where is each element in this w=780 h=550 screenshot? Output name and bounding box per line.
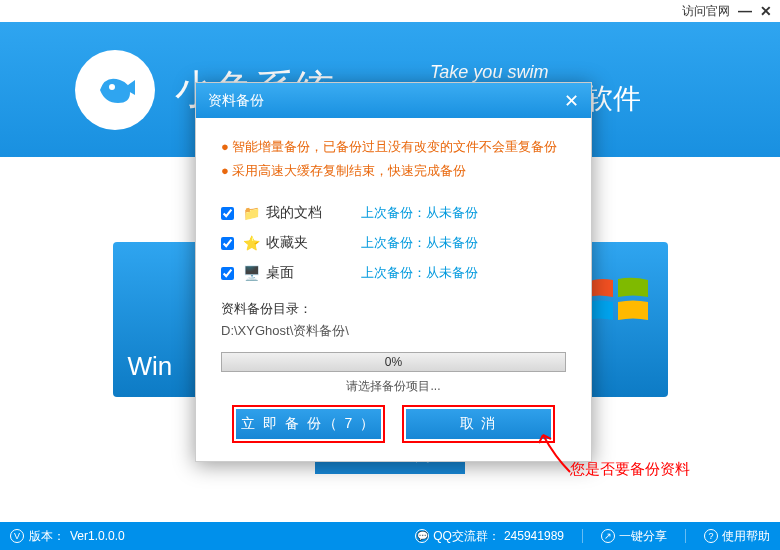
path-value: D:\XYGhost\资料备份\ [221, 322, 566, 340]
last-backup-info[interactable]: 上次备份：从未备份 [361, 204, 478, 222]
progress-bar: 0% [221, 352, 566, 372]
annotation-text: 您是否要备份资料 [570, 460, 690, 479]
share-icon: ↗ [601, 529, 615, 543]
last-backup-info[interactable]: 上次备份：从未备份 [361, 264, 478, 282]
path-label: 资料备份目录： [221, 300, 566, 318]
minimize-button[interactable]: — [738, 3, 752, 19]
backup-item-favorites: ⭐ 收藏夹 上次备份：从未备份 [221, 228, 566, 258]
backup-now-button[interactable]: 立 即 备 份（ 7 ） [236, 409, 381, 439]
share-link[interactable]: ↗ 一键分享 [601, 528, 667, 545]
documents-icon: 📁 [242, 204, 260, 222]
os-label: Win [128, 351, 173, 382]
checkbox-documents[interactable] [221, 207, 234, 220]
backup-item-documents: 📁 我的文档 上次备份：从未备份 [221, 198, 566, 228]
info-bullet: 采用高速大缓存复制结束，快速完成备份 [221, 162, 566, 180]
subtitle: 软件 [585, 80, 641, 118]
info-bullet: 智能增量备份，已备份过且没有改变的文件不会重复备份 [221, 138, 566, 156]
windows-logo-icon [588, 272, 648, 322]
status-bar: V 版本： Ver1.0.0.0 💬 QQ交流群： 245941989 ↗ 一键… [0, 522, 780, 550]
favorites-icon: ⭐ [242, 234, 260, 252]
help-icon: ? [704, 529, 718, 543]
close-button[interactable]: ✕ [760, 3, 772, 19]
checkbox-desktop[interactable] [221, 267, 234, 280]
desktop-icon: 🖥️ [242, 264, 260, 282]
official-site-link[interactable]: 访问官网 [682, 3, 730, 20]
help-link[interactable]: ? 使用帮助 [704, 528, 770, 545]
chat-icon: 💬 [415, 529, 429, 543]
backup-item-desktop: 🖥️ 桌面 上次备份：从未备份 [221, 258, 566, 288]
backup-dialog: 资料备份 ✕ 智能增量备份，已备份过且没有改变的文件不会重复备份 采用高速大缓存… [195, 82, 592, 462]
logo-icon [75, 50, 155, 130]
close-icon[interactable]: ✕ [564, 90, 579, 112]
version-label: 版本： [29, 528, 65, 545]
version-icon: V [10, 529, 24, 543]
svg-point-0 [109, 84, 115, 90]
checkbox-favorites[interactable] [221, 237, 234, 250]
tagline: Take you swim [430, 62, 548, 83]
version-value: Ver1.0.0.0 [70, 529, 125, 543]
qq-group-link[interactable]: 💬 QQ交流群： 245941989 [415, 528, 564, 545]
annotation-arrow [535, 427, 575, 477]
last-backup-info[interactable]: 上次备份：从未备份 [361, 234, 478, 252]
cancel-button[interactable]: 取 消 [406, 409, 551, 439]
dialog-title: 资料备份 [208, 92, 264, 110]
progress-hint: 请选择备份项目... [221, 378, 566, 395]
